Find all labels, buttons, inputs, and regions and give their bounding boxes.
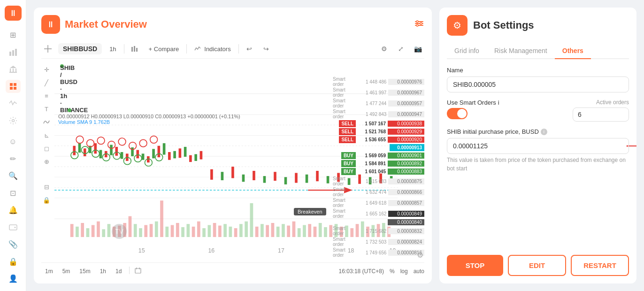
redo-button[interactable]: ↪ xyxy=(260,42,273,55)
measure-tool[interactable]: ⊾ xyxy=(41,130,52,140)
shib-price-info-icon[interactable]: i xyxy=(541,129,547,135)
chart-timeframe[interactable]: 1h xyxy=(106,44,120,54)
svg-rect-119 xyxy=(184,147,187,157)
tf-5m[interactable]: 5m xyxy=(59,267,74,276)
svg-rect-78 xyxy=(298,228,301,237)
svg-rect-73 xyxy=(271,223,275,237)
tf-1h[interactable]: 1h xyxy=(96,267,110,276)
svg-rect-7 xyxy=(9,72,17,73)
bot-title: Bot Settings xyxy=(473,19,534,31)
chart-symbol[interactable]: SHIBBUSD xyxy=(58,43,102,54)
sidebar-item-settings[interactable] xyxy=(6,114,21,128)
sidebar-item-bell[interactable]: 🔔 xyxy=(6,203,21,217)
svg-rect-9 xyxy=(14,83,16,86)
cursor-tool[interactable]: ✛ xyxy=(41,64,52,75)
svg-rect-55 xyxy=(176,223,179,237)
calendar-icon[interactable] xyxy=(133,267,143,274)
tab-others[interactable]: Others xyxy=(555,43,591,59)
svg-rect-62 xyxy=(213,223,216,237)
compare-bars-icon[interactable] xyxy=(128,42,141,55)
sidebar-item-chart[interactable] xyxy=(6,46,21,59)
stop-button[interactable]: STOP xyxy=(447,255,503,276)
chart-gear-bottom[interactable]: ⚙ xyxy=(417,251,423,260)
tf-1d[interactable]: 1d xyxy=(112,267,125,276)
tab-grid-info[interactable]: Grid info xyxy=(447,43,487,59)
eraser-tool[interactable]: ◻ xyxy=(41,143,52,153)
sidebar-item-activity[interactable] xyxy=(6,97,21,110)
svg-rect-52 xyxy=(160,200,163,237)
svg-rect-125 xyxy=(253,171,255,180)
market-panel: ⏸ Market Overview SHIBBUSD 1h + Compare … xyxy=(34,8,432,283)
sidebar-item-zoom[interactable]: 🔍 xyxy=(6,169,21,183)
svg-rect-5 xyxy=(15,69,16,72)
sidebar-item-wallet[interactable] xyxy=(6,221,21,234)
sidebar-item-smiley[interactable]: ☺ xyxy=(6,135,21,148)
svg-text:17: 17 xyxy=(278,247,284,254)
logo-icon[interactable]: ⏸ xyxy=(5,6,22,21)
toolbar-divider-2 xyxy=(186,44,187,54)
sidebar-item-grid[interactable] xyxy=(6,80,21,93)
sidebar-item-dashboard[interactable]: ⊞ xyxy=(6,28,21,42)
percent-label[interactable]: % xyxy=(390,268,395,275)
svg-text:16: 16 xyxy=(208,247,215,254)
red-arrow-annotation xyxy=(627,139,636,153)
chart-pair: SHIB / BUSD · 1h · BINANCE xyxy=(58,64,240,114)
name-input[interactable] xyxy=(447,77,629,92)
svg-rect-131 xyxy=(316,171,319,181)
svg-rect-77 xyxy=(292,222,296,237)
active-orders-input[interactable] xyxy=(573,107,629,122)
sidebar-item-clip[interactable]: 📎 xyxy=(6,237,21,251)
line-tool[interactable]: ╱ xyxy=(41,77,52,88)
svg-rect-105 xyxy=(168,152,171,160)
indicators-button[interactable]: Indicators xyxy=(191,44,234,54)
svg-point-15 xyxy=(416,21,418,23)
sidebar-item-home[interactable]: ⊡ xyxy=(6,186,21,200)
market-settings-icon[interactable] xyxy=(414,18,424,31)
zoom-tool[interactable]: ⊕ xyxy=(41,156,52,167)
sidebar-item-user[interactable]: 👤 xyxy=(6,272,21,286)
svg-rect-126 xyxy=(263,176,266,183)
sidebar-item-pencil[interactable]: ✏ xyxy=(6,152,21,166)
text-tool[interactable]: T xyxy=(41,104,52,114)
fullscreen-icon[interactable]: ⤢ xyxy=(394,42,407,55)
crosshair-tool[interactable] xyxy=(41,42,54,55)
sidebar-item-lock[interactable]: 🔒 xyxy=(6,255,21,268)
svg-rect-50 xyxy=(150,224,153,237)
restart-button[interactable]: RESTART xyxy=(571,255,629,276)
sidebar-item-bank[interactable] xyxy=(6,62,21,76)
auto-label[interactable]: auto xyxy=(414,268,424,275)
svg-rect-96 xyxy=(73,146,76,155)
svg-rect-40 xyxy=(97,222,100,237)
smart-orders-toggle[interactable] xyxy=(447,108,468,119)
compare-button[interactable]: + Compare xyxy=(145,44,183,54)
svg-rect-66 xyxy=(234,228,238,237)
undo-button[interactable]: ↩ xyxy=(243,42,256,55)
lock-tool[interactable]: 🔒 xyxy=(41,195,52,205)
tab-risk-management[interactable]: Risk Management xyxy=(487,43,555,59)
edit-button[interactable]: EDIT xyxy=(508,255,566,276)
chart-gear-icon[interactable]: ⚙ xyxy=(377,42,391,55)
toolbar-divider-1 xyxy=(124,44,124,54)
bot-icon: ⚙ xyxy=(447,15,468,36)
wave-tool[interactable] xyxy=(41,117,52,127)
tf-15m[interactable]: 15m xyxy=(76,267,94,276)
left-sidebar: ⏸ ⊞ ☺ ✏ 🔍 ⊡ 🔔 📎 🔒 👤 xyxy=(0,0,26,291)
svg-point-17 xyxy=(416,24,418,26)
svg-rect-164 xyxy=(135,268,141,273)
svg-rect-116 xyxy=(152,149,155,158)
svg-rect-102 xyxy=(136,150,139,159)
smart-orders-info-icon[interactable]: i xyxy=(498,99,499,106)
camera-icon[interactable]: 📷 xyxy=(411,42,424,55)
main-content: ⏸ Market Overview SHIBBUSD 1h + Compare … xyxy=(26,0,439,291)
indicator-tool[interactable]: ≡ xyxy=(41,91,52,101)
svg-point-152 xyxy=(118,138,126,146)
tf-1m[interactable]: 1m xyxy=(41,267,57,276)
shib-price-input[interactable] xyxy=(447,138,629,154)
layout-tool[interactable]: ⊟ xyxy=(41,182,52,192)
svg-rect-123 xyxy=(231,167,234,178)
smart-orders-label-group: Use Smart Orders i xyxy=(447,99,499,106)
svg-rect-11 xyxy=(14,87,16,90)
market-title: Market Overview xyxy=(65,18,147,31)
svg-rect-79 xyxy=(303,225,306,237)
log-label[interactable]: log xyxy=(400,268,408,275)
